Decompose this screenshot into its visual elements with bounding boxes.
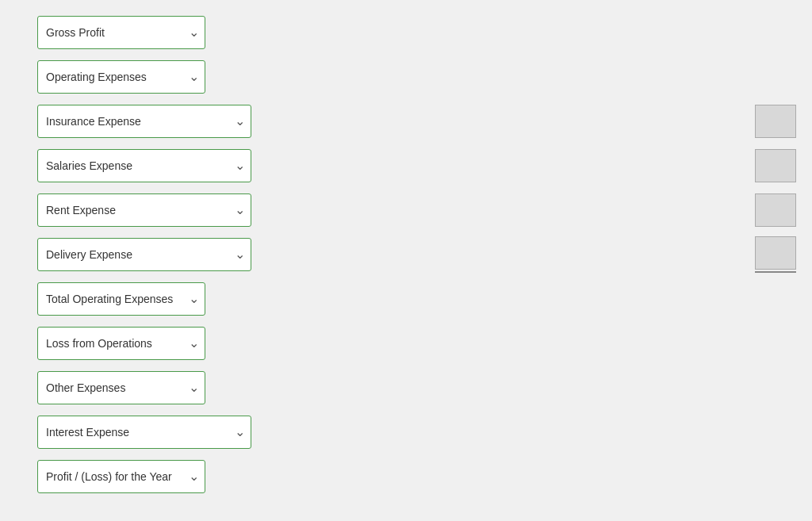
delivery-input-group: [755, 236, 796, 273]
delivery-underline: [755, 271, 796, 273]
operating-expenses-row: Operating Expenses: [0, 60, 812, 94]
rent-expense-row: Rent Expense: [0, 193, 812, 227]
insurance-expense-select[interactable]: Insurance Expense: [37, 105, 251, 138]
gross-profit-wrapper: Gross Profit: [0, 16, 205, 49]
delivery-expense-row: Delivery Expense: [0, 238, 812, 271]
salaries-expense-row: Salaries Expense: [0, 149, 812, 182]
operating-expenses-wrapper: Operating Expenses: [0, 60, 205, 94]
profit-loss-year-select[interactable]: Profit / (Loss) for the Year: [37, 460, 205, 493]
other-expenses-wrapper: Other Expenses: [0, 371, 205, 404]
rent-expense-select[interactable]: Rent Expense: [37, 193, 251, 227]
delivery-expense-wrapper: Delivery Expense: [0, 238, 251, 271]
interest-expense-row: Interest Expense: [0, 416, 812, 449]
interest-expense-select[interactable]: Interest Expense: [37, 416, 251, 449]
interest-expense-wrapper: Interest Expense: [0, 416, 251, 449]
insurance-expense-row: Insurance Expense: [0, 105, 812, 138]
delivery-expense-select[interactable]: Delivery Expense: [37, 238, 251, 271]
total-operating-expenses-wrapper: Total Operating Expenses: [0, 282, 205, 316]
other-expenses-select[interactable]: Other Expenses: [37, 371, 205, 404]
loss-from-operations-select[interactable]: Loss from Operations: [37, 327, 205, 360]
salaries-expense-wrapper: Salaries Expense: [0, 149, 251, 182]
rent-expense-input[interactable]: [755, 193, 796, 227]
total-operating-expenses-select[interactable]: Total Operating Expenses: [37, 282, 205, 316]
profit-loss-year-wrapper: Profit / (Loss) for the Year: [0, 460, 205, 493]
salaries-expense-select[interactable]: Salaries Expense: [37, 149, 251, 182]
insurance-expense-input[interactable]: [755, 105, 796, 138]
gross-profit-select[interactable]: Gross Profit: [37, 16, 205, 49]
other-expenses-row: Other Expenses: [0, 371, 812, 404]
loss-from-operations-wrapper: Loss from Operations: [0, 327, 205, 360]
page-container: Gross Profit Operating Expenses Insuranc…: [0, 0, 812, 521]
operating-expenses-select[interactable]: Operating Expenses: [37, 60, 205, 94]
delivery-expense-input[interactable]: [755, 236, 796, 270]
loss-from-operations-row: Loss from Operations: [0, 327, 812, 360]
total-operating-expenses-row: Total Operating Expenses: [0, 282, 812, 316]
salaries-expense-input[interactable]: [755, 149, 796, 182]
gross-profit-row: Gross Profit: [0, 16, 812, 49]
profit-loss-year-row: Profit / (Loss) for the Year: [0, 460, 812, 493]
insurance-expense-wrapper: Insurance Expense: [0, 105, 251, 138]
rent-expense-wrapper: Rent Expense: [0, 193, 251, 227]
